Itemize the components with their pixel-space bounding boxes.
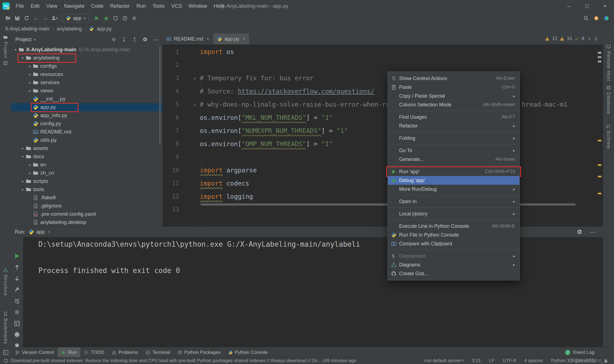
next-problem-icon[interactable]: ∨	[595, 36, 598, 41]
code-line-11[interactable]: 11import codecs	[163, 177, 603, 190]
stop-button[interactable]	[130, 14, 139, 22]
tool-button-remote-host[interactable]: Remote Host	[603, 44, 614, 81]
menu-item-debug-app-[interactable]: Debug 'app'	[388, 176, 519, 185]
tree-right-arrow-icon[interactable]: ▸	[27, 171, 33, 175]
tree-item-app_info.py[interactable]: app_info.py	[11, 111, 163, 120]
locate-file-icon[interactable]	[111, 37, 116, 42]
code-line-7[interactable]: 7os.environ["NUMEXPR_NUM_THREADS"] = "1"	[163, 124, 603, 137]
menu-item-refactor[interactable]: Refactor▸	[388, 121, 519, 130]
code-line-8[interactable]: 8os.environ["OMP_NUM_THREADS"] = "1"	[163, 137, 603, 150]
menu-item-column-selection-mode[interactable]: Column Selection ModeAlt+Shift+Insert	[388, 100, 519, 109]
menu-refactor[interactable]: Refactor	[107, 3, 133, 9]
close-icon[interactable]: ×	[243, 36, 245, 42]
warning-stripe-mark[interactable]	[598, 176, 601, 177]
tree-right-arrow-icon[interactable]: ▸	[20, 187, 26, 192]
users-icon[interactable]: ▾	[50, 14, 59, 22]
tree-down-arrow-icon[interactable]: ▾	[13, 47, 19, 52]
tree-item-app.py[interactable]: app.py	[11, 103, 163, 111]
menu-item-run-file-in-python-console[interactable]: Run File in Python Console	[388, 231, 519, 239]
tool-button-database[interactable]: Database	[603, 86, 614, 114]
code-line-3[interactable]: 3∨# Temporary fix for: bus error	[163, 72, 603, 85]
run-console[interactable]: D:\setup\Anaconda3\envs\pytorch1\python.…	[38, 238, 360, 277]
expand-all-icon[interactable]	[122, 37, 127, 42]
run-button[interactable]	[92, 14, 102, 22]
tool-button-python-packages[interactable]: Python Packages	[174, 347, 224, 357]
coverage-button[interactable]	[111, 14, 120, 22]
menu-vcs[interactable]: VCS	[168, 3, 185, 9]
project-scrollbar[interactable]	[159, 46, 161, 145]
maximize-button[interactable]: □	[578, 0, 596, 12]
menu-item-paste[interactable]: PasteCtrl+V	[388, 83, 519, 92]
menu-tools[interactable]: Tools	[149, 3, 168, 9]
warning-stripe-mark[interactable]	[598, 164, 601, 166]
search-icon[interactable]	[583, 15, 589, 21]
tree-right-arrow-icon[interactable]: ▸	[27, 64, 33, 68]
menu-item-diagrams[interactable]: Diagrams▸	[388, 260, 519, 269]
project-panel-title[interactable]: Project	[15, 36, 32, 42]
status-item-4-spaces[interactable]: 4 spaces	[524, 358, 543, 363]
warning-stripe-mark[interactable]	[598, 140, 601, 141]
gear-icon[interactable]	[577, 229, 582, 235]
crumb-anylabeling[interactable]: anylabeling	[57, 26, 82, 32]
tool-button-sciview[interactable]: SciView	[603, 124, 614, 149]
menu-code[interactable]: Code	[88, 3, 107, 9]
code-line-5[interactable]: 5∧# why-does-np-linalg-solve-raise-bus-e…	[163, 98, 603, 111]
menu-item-show-context-actions[interactable]: Show Context ActionsAlt+Enter	[388, 74, 519, 83]
gear-icon[interactable]	[143, 37, 147, 42]
tree-item-assets[interactable]: ▸assets	[11, 144, 163, 152]
menu-item-folding[interactable]: Folding▸	[388, 134, 519, 143]
menu-item-generate-[interactable]: Generate...Alt+Insert	[388, 155, 519, 164]
status-item-3-31[interactable]: 3:31	[472, 358, 481, 363]
tree-right-arrow-icon[interactable]: ▸	[20, 146, 26, 150]
editor-tab-README.md[interactable]: MDREADME.md×	[163, 33, 213, 44]
menu-item-go-to[interactable]: Go To▸	[388, 146, 519, 155]
status-message[interactable]: Download pre-built shared indexes: Reduc…	[11, 358, 356, 363]
restore-layout-button-icon[interactable]	[14, 320, 20, 326]
tool-button-version-control[interactable]: Version Control	[12, 347, 58, 357]
close-icon[interactable]: ×	[48, 229, 50, 234]
tree-down-arrow-icon[interactable]: ▾	[20, 56, 26, 60]
crumb-app.py[interactable]: app.py	[97, 26, 112, 32]
back-icon[interactable]: ←	[31, 14, 41, 22]
tree-item-services[interactable]: ▸services	[11, 78, 163, 87]
run-tab[interactable]: app ×	[29, 229, 50, 235]
tree-item-__init__.py[interactable]: __init__.py	[11, 95, 163, 103]
tool-button-structure[interactable]: Structure	[0, 268, 11, 296]
tool-button-terminal[interactable]: Terminal	[142, 347, 174, 357]
toolwindow-switcher-icon[interactable]	[0, 350, 12, 355]
prev-problem-icon[interactable]: ∧	[588, 36, 591, 41]
collapse-all-icon[interactable]	[132, 37, 137, 42]
sync-icon[interactable]	[22, 14, 31, 22]
close-icon[interactable]: ×	[206, 36, 209, 42]
tree-item-zh_cn[interactable]: ▸zh_cn	[11, 169, 163, 177]
profiler-button[interactable]	[120, 14, 130, 22]
tool-button-problems[interactable]: Problems	[108, 347, 142, 357]
code-line-4[interactable]: 4# Source: https://stackoverflow.com/que…	[163, 85, 603, 98]
tool-button-bookmarks[interactable]: Bookmarks	[0, 312, 11, 344]
code-editor[interactable]: 1import os23∨# Temporary fix for: bus er…	[163, 45, 603, 227]
tree-item-resources[interactable]: ▸resources	[11, 70, 163, 78]
code-line-1[interactable]: 1import os	[163, 45, 603, 58]
save-all-icon[interactable]	[13, 14, 22, 22]
navigate-up-button-icon[interactable]	[14, 264, 20, 270]
status-item--no-default-server-[interactable]: <no default server>	[423, 358, 464, 363]
code-line-12[interactable]: 12import logging	[163, 190, 603, 203]
status-item-lf[interactable]: LF	[489, 358, 494, 363]
run-configuration-select[interactable]: app▾	[62, 14, 89, 22]
menu-window[interactable]: Window	[185, 3, 211, 9]
tree-item-.flake8[interactable]: .flake8	[11, 194, 163, 202]
tree-item-configs[interactable]: ▸configs	[11, 62, 163, 70]
status-monitor-icon[interactable]	[4, 359, 8, 363]
menu-item-compare-with-clipboard[interactable]: Compare with Clipboard	[388, 239, 519, 248]
inspections-widget[interactable]: 12158∧∨	[545, 36, 598, 41]
tree-right-arrow-icon[interactable]: ▸	[27, 72, 33, 76]
tree-item-anylabeling[interactable]: ▾anylabeling	[11, 54, 163, 62]
status-item-utf-8[interactable]: UTF-8	[503, 358, 516, 363]
menu-item-execute-line-in-python-console[interactable]: Execute Line in Python ConsoleAlt+Shift+…	[388, 222, 519, 231]
code-line-9[interactable]: 9	[163, 150, 603, 164]
menu-file[interactable]: File	[12, 3, 27, 9]
tree-item-anylabeling.desktop[interactable]: anylabeling.desktop	[11, 218, 163, 226]
menu-item-local-history[interactable]: Local History▸	[388, 209, 519, 218]
minimize-button[interactable]: –	[560, 0, 578, 12]
tool-button-todo[interactable]: TODO	[80, 347, 108, 357]
